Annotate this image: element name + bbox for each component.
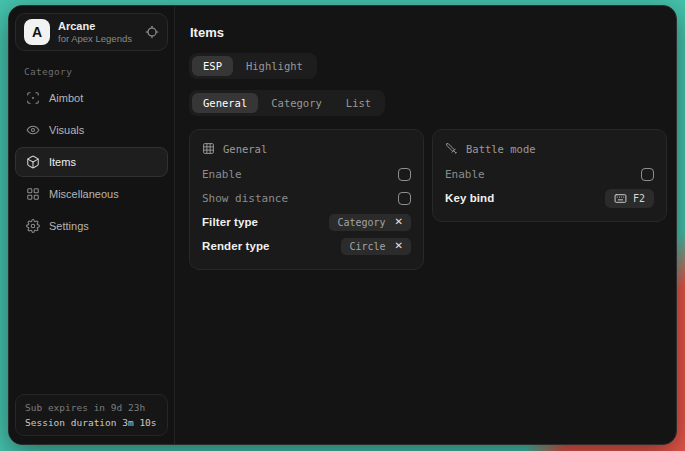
tab-category[interactable]: Category — [260, 93, 333, 113]
sidebar-section-label: Category — [24, 66, 168, 77]
tab-esp[interactable]: ESP — [192, 56, 233, 76]
setting-row-enable: Enable — [202, 162, 411, 186]
sidebar-item-label: Items — [49, 156, 76, 168]
sidebar: A Arcane for Apex Legends Category — [9, 6, 175, 444]
setting-label: Key bind — [445, 192, 494, 204]
panel-general: General Enable Show distance Filter type… — [189, 129, 424, 270]
setting-row-filter-type: Filter type Category ✕ — [202, 210, 411, 234]
sidebar-item-label: Settings — [49, 220, 89, 232]
setting-label: Enable — [202, 168, 242, 181]
filter-type-select[interactable]: Category ✕ — [329, 214, 411, 231]
tab-list[interactable]: List — [335, 93, 382, 113]
app-window: A Arcane for Apex Legends Category — [8, 5, 677, 445]
clear-icon[interactable]: ✕ — [395, 217, 403, 227]
keybind-button[interactable]: F2 — [605, 189, 654, 208]
page-title: Items — [190, 25, 667, 40]
crosshair-icon — [26, 91, 40, 105]
brand-logo: A — [24, 19, 50, 45]
show-distance-checkbox[interactable] — [398, 192, 411, 205]
setting-row-render-type: Render type Circle ✕ — [202, 234, 411, 258]
sub-expiry-text: Sub expires in 9d 23h — [25, 402, 158, 413]
mode-tab-group: ESP Highlight — [189, 53, 317, 79]
main-content: Items ESP Highlight General Category Lis… — [175, 6, 677, 444]
sidebar-item-miscellaneous[interactable]: Miscellaneous — [15, 179, 168, 209]
enable-checkbox[interactable] — [398, 168, 411, 181]
brand-card: A Arcane for Apex Legends — [15, 13, 168, 51]
setting-label: Enable — [445, 168, 485, 181]
session-duration-text: Session duration 3m 10s — [25, 417, 158, 428]
panels-row: General Enable Show distance Filter type… — [189, 129, 667, 270]
tab-highlight[interactable]: Highlight — [235, 56, 314, 76]
setting-row-enable: Enable — [445, 162, 654, 186]
brand-subtitle: for Apex Legends — [58, 33, 132, 44]
package-icon — [26, 155, 40, 169]
sidebar-item-label: Aimbot — [49, 92, 83, 104]
sword-icon — [445, 142, 458, 155]
sidebar-item-settings[interactable]: Settings — [15, 211, 168, 241]
sidebar-item-visuals[interactable]: Visuals — [15, 115, 168, 145]
grid-icon — [202, 142, 215, 155]
view-tab-group: General Category List — [189, 90, 385, 116]
panel-title: General — [223, 143, 267, 155]
setting-label: Render type — [202, 240, 270, 252]
sidebar-item-label: Visuals — [49, 124, 84, 136]
keybind-value: F2 — [633, 193, 645, 204]
keyboard-icon — [614, 192, 627, 205]
layout-grid-icon — [26, 187, 40, 201]
setting-row-show-distance: Show distance — [202, 186, 411, 210]
setting-label: Filter type — [202, 216, 258, 228]
filter-type-value: Category — [337, 217, 385, 228]
panel-battle-mode: Battle mode Enable Key bind — [432, 129, 667, 222]
setting-row-key-bind: Key bind F2 — [445, 186, 654, 210]
sidebar-item-items[interactable]: Items — [15, 147, 168, 177]
subscription-card: Sub expires in 9d 23h Session duration 3… — [15, 394, 168, 436]
target-icon[interactable] — [145, 25, 159, 39]
panel-general-header: General — [202, 142, 411, 155]
sidebar-item-label: Miscellaneous — [49, 188, 119, 200]
render-type-select[interactable]: Circle ✕ — [341, 238, 411, 255]
eye-icon — [26, 123, 40, 137]
setting-label: Show distance — [202, 192, 288, 205]
clear-icon[interactable]: ✕ — [395, 241, 403, 251]
tab-general[interactable]: General — [192, 93, 258, 113]
gear-icon — [26, 219, 40, 233]
battle-enable-checkbox[interactable] — [641, 168, 654, 181]
brand-name: Arcane — [58, 20, 132, 32]
sidebar-item-aimbot[interactable]: Aimbot — [15, 83, 168, 113]
panel-battle-mode-header: Battle mode — [445, 142, 654, 155]
panel-title: Battle mode — [466, 143, 536, 155]
render-type-value: Circle — [349, 241, 385, 252]
brand-text: Arcane for Apex Legends — [58, 20, 132, 44]
